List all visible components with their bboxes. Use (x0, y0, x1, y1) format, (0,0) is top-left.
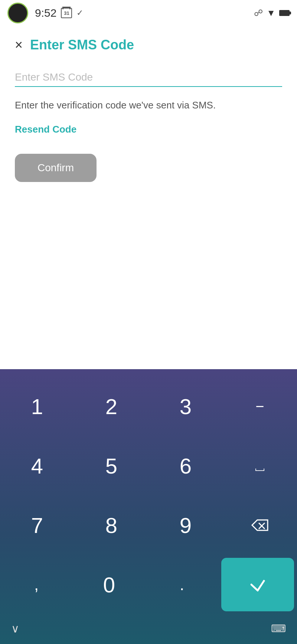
location-icon: ☍ (254, 8, 263, 18)
key-3[interactable]: 3 (148, 377, 223, 436)
key-comma[interactable]: , (0, 555, 73, 614)
calendar-icon: 31 (61, 8, 72, 18)
description-text: Enter the verification code we've sent v… (15, 98, 282, 113)
key-dash[interactable]: − (223, 377, 297, 436)
keyboard-row-1: 1 2 3 − (0, 377, 297, 436)
keyboard-row-4: , 0 . (0, 555, 297, 614)
wifi-icon: ▼ (267, 8, 275, 18)
sms-code-input[interactable] (15, 68, 282, 87)
keyboard-switch-icon[interactable]: ⌨ (271, 622, 286, 635)
key-period[interactable]: . (146, 555, 218, 614)
keyboard-row-2: 4 5 6 ⎵ (0, 436, 297, 495)
keyboard: 1 2 3 − 4 5 6 ⎵ 7 8 9 , 0 . (0, 369, 297, 644)
confirm-button[interactable]: Confirm (15, 154, 97, 182)
key-8[interactable]: 8 (74, 495, 148, 555)
status-right: ☍ ▼ (254, 8, 290, 18)
key-5[interactable]: 5 (74, 436, 148, 495)
key-0[interactable]: 0 (73, 555, 146, 614)
keyboard-bottom-bar: ∨ ⌨ (0, 614, 297, 644)
key-enter[interactable] (221, 558, 294, 611)
key-7[interactable]: 7 (0, 495, 74, 555)
key-1[interactable]: 1 (0, 377, 74, 436)
page-title: Enter SMS Code (30, 37, 134, 53)
app-content: × Enter SMS Code Enter the verification … (0, 26, 297, 182)
keyboard-hide-button[interactable]: ∨ (11, 622, 19, 635)
status-bar: 9:52 31 ✓ ☍ ▼ (0, 0, 297, 26)
battery-icon (279, 10, 290, 16)
status-left: 9:52 31 ✓ (7, 3, 83, 23)
key-6[interactable]: 6 (148, 436, 223, 495)
key-4[interactable]: 4 (0, 436, 74, 495)
checkmark-icon: ✓ (76, 8, 83, 18)
header: × Enter SMS Code (15, 33, 282, 53)
close-button[interactable]: × (15, 38, 23, 52)
sms-code-input-section (15, 68, 282, 87)
keyboard-row-3: 7 8 9 (0, 495, 297, 555)
key-backspace[interactable] (223, 495, 297, 555)
resend-code-link[interactable]: Resend Code (15, 124, 76, 135)
avatar (7, 3, 28, 23)
status-time: 9:52 (35, 7, 56, 19)
key-2[interactable]: 2 (74, 377, 148, 436)
key-space[interactable]: ⎵ (223, 436, 297, 495)
key-9[interactable]: 9 (148, 495, 223, 555)
